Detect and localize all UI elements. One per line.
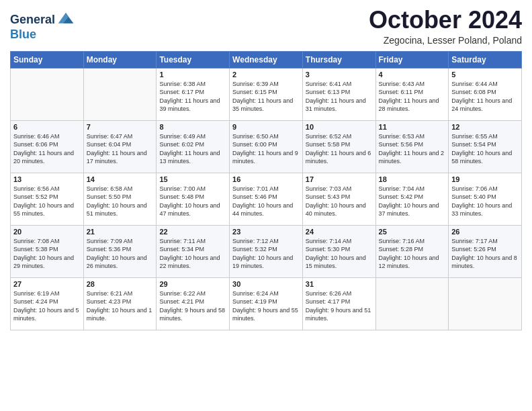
calendar-cell: 15Sunrise: 7:00 AM Sunset: 5:48 PM Dayli… bbox=[157, 173, 230, 225]
month-title: October 2024 bbox=[369, 7, 522, 34]
logo-icon bbox=[56, 11, 75, 30]
day-info: Sunrise: 7:04 AM Sunset: 5:42 PM Dayligh… bbox=[379, 185, 446, 218]
day-info: Sunrise: 7:09 AM Sunset: 5:36 PM Dayligh… bbox=[87, 237, 154, 271]
calendar-cell: 11Sunrise: 6:53 AM Sunset: 5:56 PM Dayli… bbox=[375, 120, 449, 173]
calendar-cell: 28Sunrise: 6:21 AM Sunset: 4:23 PM Dayli… bbox=[83, 277, 157, 330]
day-info: Sunrise: 6:43 AM Sunset: 6:11 PM Dayligh… bbox=[379, 80, 446, 113]
calendar-cell: 10Sunrise: 6:52 AM Sunset: 5:58 PM Dayli… bbox=[302, 120, 375, 173]
day-info: Sunrise: 7:12 AM Sunset: 5:32 PM Dayligh… bbox=[232, 237, 300, 271]
day-number: 29 bbox=[159, 280, 226, 288]
day-info: Sunrise: 7:11 AM Sunset: 5:34 PM Dayligh… bbox=[159, 237, 226, 271]
week-row-3: 13Sunrise: 6:56 AM Sunset: 5:52 PM Dayli… bbox=[11, 173, 522, 225]
calendar-cell: 21Sunrise: 7:09 AM Sunset: 5:36 PM Dayli… bbox=[83, 225, 157, 277]
day-info: Sunrise: 7:03 AM Sunset: 5:43 PM Dayligh… bbox=[306, 185, 373, 218]
day-number: 9 bbox=[232, 123, 300, 131]
day-info: Sunrise: 7:00 AM Sunset: 5:48 PM Dayligh… bbox=[159, 185, 226, 218]
day-info: Sunrise: 7:14 AM Sunset: 5:30 PM Dayligh… bbox=[306, 237, 373, 271]
day-number: 2 bbox=[232, 71, 300, 79]
title-block: October 2024 Zegocina, Lesser Poland, Po… bbox=[369, 7, 522, 46]
calendar-cell: 6Sunrise: 6:46 AM Sunset: 6:06 PM Daylig… bbox=[11, 120, 84, 173]
calendar-cell: 5Sunrise: 6:44 AM Sunset: 6:08 PM Daylig… bbox=[449, 68, 522, 120]
calendar-cell bbox=[449, 277, 522, 330]
day-info: Sunrise: 6:21 AM Sunset: 4:23 PM Dayligh… bbox=[87, 289, 154, 323]
calendar-cell bbox=[83, 68, 157, 120]
day-number: 15 bbox=[159, 175, 226, 183]
weekday-header-saturday: Saturday bbox=[449, 51, 522, 68]
day-number: 24 bbox=[306, 228, 373, 236]
day-info: Sunrise: 6:58 AM Sunset: 5:50 PM Dayligh… bbox=[87, 185, 154, 218]
calendar-cell: 25Sunrise: 7:16 AM Sunset: 5:28 PM Dayli… bbox=[375, 225, 449, 277]
day-info: Sunrise: 6:55 AM Sunset: 5:54 PM Dayligh… bbox=[451, 132, 519, 166]
calendar-cell: 3Sunrise: 6:41 AM Sunset: 6:13 PM Daylig… bbox=[302, 68, 375, 120]
day-number: 17 bbox=[306, 175, 373, 183]
weekday-header-sunday: Sunday bbox=[11, 51, 84, 68]
calendar-cell: 31Sunrise: 6:26 AM Sunset: 4:17 PM Dayli… bbox=[302, 277, 375, 330]
calendar-page: General Blue October 2024 Zegocina, Less… bbox=[0, 0, 532, 411]
day-info: Sunrise: 6:50 AM Sunset: 6:00 PM Dayligh… bbox=[232, 132, 300, 166]
day-info: Sunrise: 6:19 AM Sunset: 4:24 PM Dayligh… bbox=[13, 289, 81, 323]
day-info: Sunrise: 6:56 AM Sunset: 5:52 PM Dayligh… bbox=[13, 185, 81, 218]
day-number: 8 bbox=[159, 123, 226, 131]
weekday-header-tuesday: Tuesday bbox=[157, 51, 230, 68]
calendar-cell: 9Sunrise: 6:50 AM Sunset: 6:00 PM Daylig… bbox=[230, 120, 303, 173]
day-number: 1 bbox=[159, 71, 226, 79]
calendar-cell: 22Sunrise: 7:11 AM Sunset: 5:34 PM Dayli… bbox=[157, 225, 230, 277]
weekday-header-wednesday: Wednesday bbox=[230, 51, 303, 68]
day-info: Sunrise: 6:41 AM Sunset: 6:13 PM Dayligh… bbox=[306, 80, 373, 113]
week-row-1: 1Sunrise: 6:38 AM Sunset: 6:17 PM Daylig… bbox=[11, 68, 522, 120]
day-number: 28 bbox=[87, 280, 154, 288]
week-row-4: 20Sunrise: 7:08 AM Sunset: 5:38 PM Dayli… bbox=[11, 225, 522, 277]
day-number: 19 bbox=[451, 175, 519, 183]
calendar-cell: 24Sunrise: 7:14 AM Sunset: 5:30 PM Dayli… bbox=[302, 225, 375, 277]
logo-text-general: General bbox=[10, 13, 55, 27]
logo: General Blue bbox=[10, 11, 75, 42]
header: General Blue October 2024 Zegocina, Less… bbox=[10, 7, 522, 46]
day-number: 22 bbox=[159, 228, 226, 236]
day-number: 27 bbox=[13, 280, 81, 288]
day-number: 11 bbox=[379, 123, 446, 131]
day-number: 31 bbox=[306, 280, 373, 288]
day-number: 26 bbox=[451, 228, 519, 236]
week-row-2: 6Sunrise: 6:46 AM Sunset: 6:06 PM Daylig… bbox=[11, 120, 522, 173]
calendar-cell: 14Sunrise: 6:58 AM Sunset: 5:50 PM Dayli… bbox=[83, 173, 157, 225]
calendar-cell: 19Sunrise: 7:06 AM Sunset: 5:40 PM Dayli… bbox=[449, 173, 522, 225]
day-number: 13 bbox=[13, 175, 81, 183]
calendar-cell: 13Sunrise: 6:56 AM Sunset: 5:52 PM Dayli… bbox=[11, 173, 84, 225]
day-number: 6 bbox=[13, 123, 81, 131]
logo-text-blue: Blue bbox=[10, 28, 75, 42]
calendar-cell: 23Sunrise: 7:12 AM Sunset: 5:32 PM Dayli… bbox=[230, 225, 303, 277]
day-number: 12 bbox=[451, 123, 519, 131]
calendar-cell: 1Sunrise: 6:38 AM Sunset: 6:17 PM Daylig… bbox=[157, 68, 230, 120]
day-number: 16 bbox=[232, 175, 300, 183]
day-info: Sunrise: 6:46 AM Sunset: 6:06 PM Dayligh… bbox=[13, 132, 81, 166]
day-info: Sunrise: 7:08 AM Sunset: 5:38 PM Dayligh… bbox=[13, 237, 81, 271]
day-info: Sunrise: 6:49 AM Sunset: 6:02 PM Dayligh… bbox=[159, 132, 226, 166]
calendar-cell: 12Sunrise: 6:55 AM Sunset: 5:54 PM Dayli… bbox=[449, 120, 522, 173]
day-info: Sunrise: 7:06 AM Sunset: 5:40 PM Dayligh… bbox=[451, 185, 519, 218]
day-number: 14 bbox=[87, 175, 154, 183]
day-info: Sunrise: 6:26 AM Sunset: 4:17 PM Dayligh… bbox=[306, 289, 373, 323]
day-number: 18 bbox=[379, 175, 446, 183]
calendar-cell bbox=[375, 277, 449, 330]
calendar-cell: 17Sunrise: 7:03 AM Sunset: 5:43 PM Dayli… bbox=[302, 173, 375, 225]
calendar-cell: 27Sunrise: 6:19 AM Sunset: 4:24 PM Dayli… bbox=[11, 277, 84, 330]
calendar-cell: 26Sunrise: 7:17 AM Sunset: 5:26 PM Dayli… bbox=[449, 225, 522, 277]
calendar-cell: 2Sunrise: 6:39 AM Sunset: 6:15 PM Daylig… bbox=[230, 68, 303, 120]
weekday-header-row: SundayMondayTuesdayWednesdayThursdayFrid… bbox=[11, 51, 522, 68]
calendar-cell: 29Sunrise: 6:22 AM Sunset: 4:21 PM Dayli… bbox=[157, 277, 230, 330]
day-number: 23 bbox=[232, 228, 300, 236]
calendar-cell: 7Sunrise: 6:47 AM Sunset: 6:04 PM Daylig… bbox=[83, 120, 157, 173]
day-number: 10 bbox=[306, 123, 373, 131]
day-info: Sunrise: 6:39 AM Sunset: 6:15 PM Dayligh… bbox=[232, 80, 300, 113]
day-number: 20 bbox=[13, 228, 81, 236]
day-info: Sunrise: 7:01 AM Sunset: 5:46 PM Dayligh… bbox=[232, 185, 300, 218]
calendar-cell: 16Sunrise: 7:01 AM Sunset: 5:46 PM Dayli… bbox=[230, 173, 303, 225]
day-number: 7 bbox=[87, 123, 154, 131]
week-row-5: 27Sunrise: 6:19 AM Sunset: 4:24 PM Dayli… bbox=[11, 277, 522, 330]
day-info: Sunrise: 7:16 AM Sunset: 5:28 PM Dayligh… bbox=[379, 237, 446, 271]
day-info: Sunrise: 6:24 AM Sunset: 4:19 PM Dayligh… bbox=[232, 289, 300, 323]
day-info: Sunrise: 7:17 AM Sunset: 5:26 PM Dayligh… bbox=[451, 237, 519, 271]
calendar-table: SundayMondayTuesdayWednesdayThursdayFrid… bbox=[10, 51, 522, 330]
weekday-header-friday: Friday bbox=[375, 51, 449, 68]
day-number: 21 bbox=[87, 228, 154, 236]
